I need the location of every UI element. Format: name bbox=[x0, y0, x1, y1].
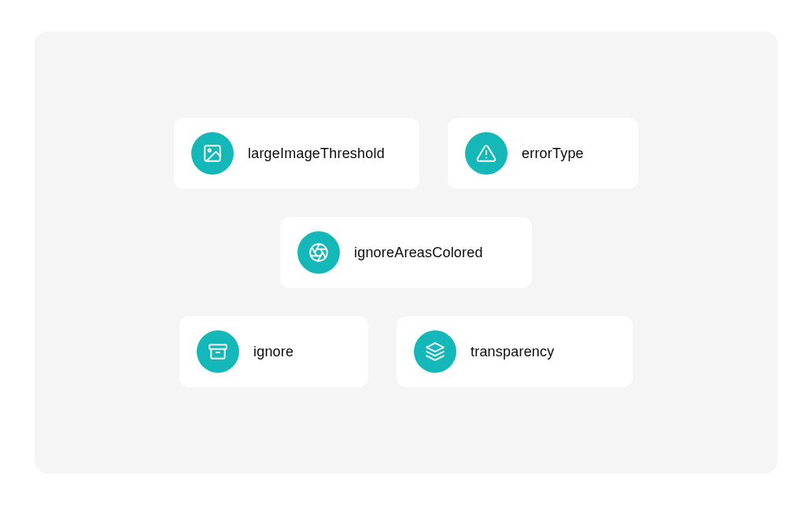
card-large-image-threshold: largeImageThreshold bbox=[174, 118, 419, 189]
svg-rect-11 bbox=[209, 345, 227, 348]
svg-point-1 bbox=[209, 149, 211, 152]
label-error-type: errorType bbox=[522, 146, 584, 162]
card-transparency: transparency bbox=[397, 316, 633, 387]
label-transparency: transparency bbox=[471, 344, 554, 360]
archive-icon bbox=[197, 330, 239, 373]
label-ignore: ignore bbox=[253, 344, 293, 360]
aperture-icon bbox=[297, 231, 340, 274]
card-ignore: ignore bbox=[179, 316, 368, 387]
row-2: ignoreAreasColored bbox=[280, 217, 532, 288]
card-ignore-areas-colored: ignoreAreasColored bbox=[280, 217, 532, 288]
layers-icon bbox=[414, 330, 456, 373]
options-panel: largeImageThreshold errorType bbox=[35, 31, 777, 474]
row-1: largeImageThreshold errorType bbox=[174, 118, 638, 189]
svg-marker-13 bbox=[426, 343, 444, 352]
card-error-type: errorType bbox=[448, 118, 638, 189]
warning-triangle-icon bbox=[465, 132, 507, 175]
label-ignore-areas-colored: ignoreAreasColored bbox=[354, 245, 483, 261]
image-icon bbox=[191, 132, 234, 175]
row-3: ignore transparency bbox=[179, 316, 633, 387]
label-large-image-threshold: largeImageThreshold bbox=[248, 146, 385, 162]
